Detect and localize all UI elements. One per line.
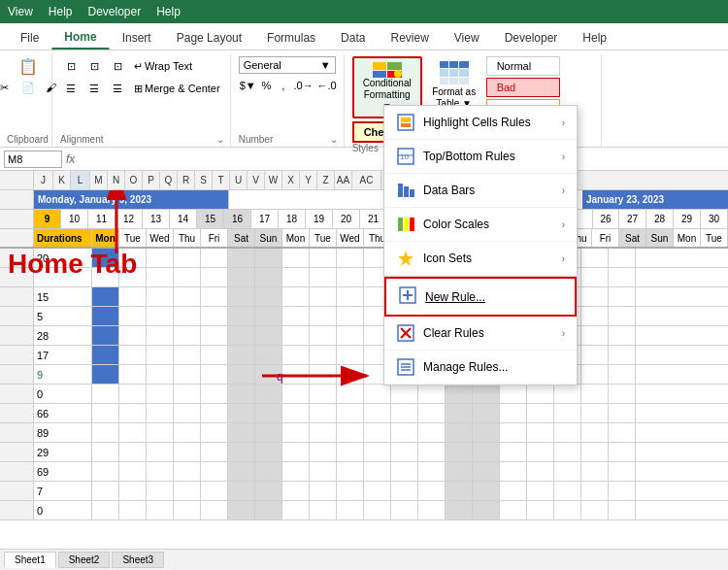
duration-value[interactable]: 15: [34, 287, 92, 306]
data-cell[interactable]: [282, 385, 310, 403]
data-cell[interactable]: [500, 385, 527, 403]
data-cell[interactable]: [609, 501, 636, 520]
data-cell[interactable]: [255, 307, 282, 325]
data-cell[interactable]: [337, 482, 364, 500]
data-cell[interactable]: [174, 346, 201, 364]
data-cell[interactable]: [119, 482, 147, 500]
data-cell[interactable]: [581, 385, 609, 403]
data-cell[interactable]: [92, 482, 119, 500]
data-cell[interactable]: [391, 462, 418, 481]
data-cell[interactable]: [201, 346, 228, 364]
data-cell[interactable]: [174, 423, 201, 442]
data-cell[interactable]: [391, 501, 418, 520]
duration-value[interactable]: 28: [34, 326, 92, 345]
data-cell[interactable]: [310, 326, 337, 345]
data-cell[interactable]: [147, 287, 174, 306]
tab-view[interactable]: View: [442, 26, 492, 50]
data-cell[interactable]: [609, 482, 636, 500]
data-cell[interactable]: [310, 307, 337, 325]
tab-home[interactable]: Home: [51, 25, 109, 50]
data-cell[interactable]: [364, 423, 391, 442]
data-cell[interactable]: [581, 249, 609, 267]
data-cell[interactable]: [527, 423, 554, 442]
data-cell[interactable]: [174, 462, 201, 481]
data-cell[interactable]: [446, 462, 473, 481]
data-cell[interactable]: [527, 443, 554, 461]
data-cell[interactable]: [500, 404, 527, 422]
increase-decimal-btn[interactable]: ←.0: [316, 76, 338, 95]
data-cell[interactable]: [418, 404, 446, 422]
data-cell[interactable]: [446, 501, 473, 520]
data-cell[interactable]: [255, 287, 282, 306]
data-cell[interactable]: [473, 501, 500, 520]
data-cell[interactable]: [201, 462, 228, 481]
highlight-cells-item[interactable]: Highlight Cells Rules ›: [384, 106, 577, 140]
data-cell[interactable]: [201, 404, 228, 422]
data-cell[interactable]: [174, 268, 201, 286]
data-cell[interactable]: [310, 249, 337, 267]
data-cell[interactable]: [119, 326, 147, 345]
data-cell[interactable]: [92, 501, 119, 520]
data-cell[interactable]: [92, 268, 119, 286]
col-m[interactable]: M: [90, 171, 108, 190]
data-cell[interactable]: [391, 423, 418, 442]
col-j[interactable]: J: [34, 171, 53, 190]
data-cell[interactable]: [364, 501, 391, 520]
tab-help[interactable]: Help: [570, 26, 619, 50]
data-cell[interactable]: [201, 365, 228, 384]
data-cell[interactable]: [609, 268, 636, 286]
data-cell[interactable]: [119, 385, 147, 403]
data-cell[interactable]: [337, 249, 364, 267]
data-cell[interactable]: [446, 443, 473, 461]
data-cell[interactable]: [201, 249, 228, 267]
data-cell[interactable]: [119, 268, 147, 286]
data-cell[interactable]: [609, 423, 636, 442]
data-cell[interactable]: [446, 423, 473, 442]
copy-btn[interactable]: 📄: [17, 78, 39, 97]
col-p[interactable]: P: [143, 171, 160, 190]
data-cell[interactable]: [364, 462, 391, 481]
align-top-center[interactable]: ⊡: [83, 56, 105, 76]
data-cell[interactable]: [310, 287, 337, 306]
percent-btn[interactable]: %: [259, 76, 274, 95]
data-cell[interactable]: [201, 423, 228, 442]
data-cell[interactable]: [581, 307, 609, 325]
data-cell[interactable]: [282, 346, 310, 364]
data-cell[interactable]: [554, 385, 581, 403]
data-cell[interactable]: [119, 365, 147, 384]
data-cell[interactable]: [201, 307, 228, 325]
data-cell[interactable]: [255, 385, 282, 403]
data-cell[interactable]: [446, 482, 473, 500]
col-k[interactable]: K: [53, 171, 71, 190]
data-cell[interactable]: [418, 385, 446, 403]
data-cell[interactable]: [92, 423, 119, 442]
icon-sets-item[interactable]: Icon Sets ›: [384, 242, 577, 276]
data-cell[interactable]: [418, 423, 446, 442]
align-left-btn[interactable]: ☰: [60, 79, 82, 98]
data-cell[interactable]: [228, 249, 255, 267]
data-cell[interactable]: [473, 462, 500, 481]
data-cell[interactable]: [147, 249, 174, 267]
col-w[interactable]: W: [265, 171, 282, 190]
data-cell[interactable]: [554, 443, 581, 461]
data-cell[interactable]: [147, 443, 174, 461]
data-cell[interactable]: [174, 443, 201, 461]
col-z[interactable]: Z: [317, 171, 335, 190]
data-cell[interactable]: [527, 501, 554, 520]
data-cell[interactable]: [174, 482, 201, 500]
duration-value[interactable]: [34, 268, 92, 286]
data-cell[interactable]: [310, 385, 337, 403]
data-cell[interactable]: [174, 404, 201, 422]
menu-developer[interactable]: Developer: [87, 5, 141, 18]
data-cell[interactable]: [554, 423, 581, 442]
data-cell[interactable]: [364, 443, 391, 461]
data-cell[interactable]: [228, 268, 255, 286]
data-cell[interactable]: [337, 443, 364, 461]
data-cell[interactable]: [446, 404, 473, 422]
col-q[interactable]: Q: [160, 171, 178, 190]
data-cell[interactable]: [282, 423, 310, 442]
data-cell[interactable]: [337, 287, 364, 306]
data-cell[interactable]: [527, 404, 554, 422]
data-cell[interactable]: [174, 307, 201, 325]
data-cell[interactable]: [554, 482, 581, 500]
